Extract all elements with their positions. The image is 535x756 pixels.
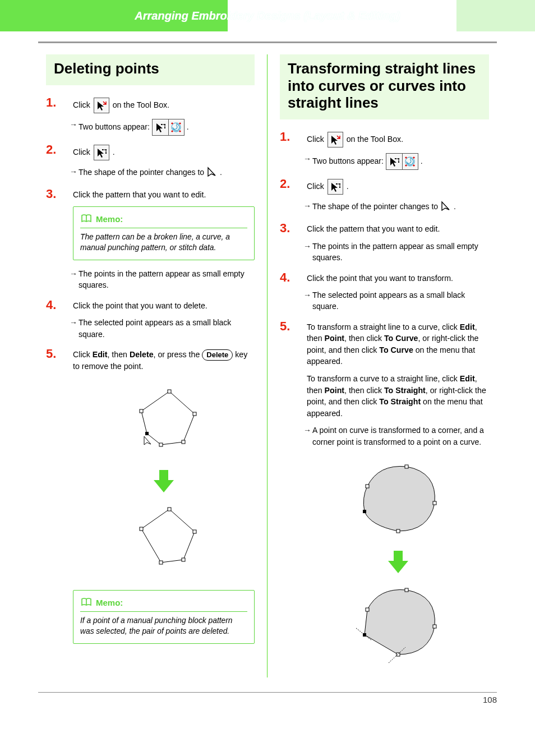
text-bold: Point xyxy=(325,334,344,343)
memo-box: Memo: The pattern can be a broken line, … xyxy=(73,206,255,261)
step-number: 3. xyxy=(46,187,56,201)
svg-rect-21 xyxy=(159,561,163,564)
svg-rect-30 xyxy=(396,653,400,656)
step-1: 1. Click on the Tool Box. Two buttons ap… xyxy=(280,132,489,170)
text-bold: To Straight xyxy=(384,386,426,395)
step-2: 2. Click . The shape of the pointer chan… xyxy=(280,179,489,214)
page-footer: 108 xyxy=(38,692,497,704)
svg-rect-10 xyxy=(140,409,143,413)
text-bold: Edit xyxy=(93,350,108,359)
book-icon xyxy=(80,213,91,225)
triangle-cursor-icon xyxy=(440,200,451,214)
text: . xyxy=(454,202,456,211)
text: Two buttons appear: xyxy=(312,156,386,165)
header-title: Arranging Embroidery Designs (Layout & E… xyxy=(135,10,400,22)
step-number: 2. xyxy=(46,142,56,157)
text: Click xyxy=(73,100,93,109)
text: . xyxy=(113,147,115,156)
memo-body: If a point of a manual punching block pa… xyxy=(80,615,247,637)
figure-delete-point xyxy=(73,380,255,582)
text: The shape of the pointer changes to xyxy=(312,202,440,211)
text: , or press the xyxy=(154,350,202,359)
step-number: 5. xyxy=(46,347,56,361)
svg-rect-26 xyxy=(363,510,366,513)
point-edit-icon xyxy=(94,145,109,160)
header-accent-right xyxy=(456,0,535,31)
text: on the Tool Box. xyxy=(113,100,170,109)
page-body: Deleting points 1. Click on the Tool Box… xyxy=(0,31,535,710)
figure-transform-point xyxy=(307,455,489,669)
spiral-icon xyxy=(168,119,184,135)
text: The points in the pattern appear as smal… xyxy=(73,268,255,291)
tool-buttons-pair xyxy=(386,153,418,170)
spiral-icon xyxy=(402,154,418,169)
page-header: Arranging Embroidery Designs (Layout & E… xyxy=(0,0,535,31)
text: A point on curve is transformed to a cor… xyxy=(307,425,489,448)
text-bold: To Straight xyxy=(379,397,421,406)
svg-rect-25 xyxy=(396,529,400,533)
horizontal-rule xyxy=(38,42,497,43)
memo-box: Memo: If a point of a manual punching bl… xyxy=(73,590,255,644)
text: To transform a straight line to a curve,… xyxy=(307,322,460,331)
svg-rect-12 xyxy=(193,412,196,416)
text: Click the point that you want to delete. xyxy=(73,300,255,312)
heading-text: Deleting points xyxy=(54,60,247,77)
section-heading: Deleting points xyxy=(46,54,255,85)
text: The shape of the pointer changes to xyxy=(79,168,206,177)
text: Two buttons appear: xyxy=(79,122,152,131)
step-5: 5. To transform a straight line to a cur… xyxy=(280,321,489,669)
text: The points in the pattern appear as smal… xyxy=(307,241,489,264)
book-icon xyxy=(80,596,91,609)
point-edit-icon xyxy=(328,179,343,195)
text: Click the point that you want to transfo… xyxy=(307,273,489,284)
svg-rect-29 xyxy=(433,625,436,628)
delete-key-badge: Delete xyxy=(202,349,233,361)
text-bold: To Curve xyxy=(379,345,413,354)
down-arrow-icon xyxy=(154,470,174,492)
step-number: 4. xyxy=(46,298,56,312)
column-transforming-lines: Transforming straight lines into curves … xyxy=(268,54,497,677)
svg-marker-9 xyxy=(141,391,195,445)
svg-rect-27 xyxy=(366,608,369,611)
polygon-before-icon xyxy=(116,380,211,464)
svg-rect-15 xyxy=(145,432,149,435)
memo-label: Memo: xyxy=(96,598,123,607)
text: To transform a curve to a straight line,… xyxy=(307,374,460,383)
text: on the Tool Box. xyxy=(347,135,404,144)
text: Click xyxy=(73,147,93,156)
shape-curve-before-icon xyxy=(345,455,451,545)
text: , then click xyxy=(344,386,384,395)
text: Click xyxy=(307,135,326,144)
step-1: 1. Click on the Tool Box. Two buttons ap… xyxy=(46,98,255,136)
text: , then xyxy=(107,350,129,359)
step-number: 4. xyxy=(280,270,290,285)
text: Click the pattern that you want to edit. xyxy=(73,189,255,201)
step-number: 1. xyxy=(280,130,290,144)
text: The selected point appears as a small bl… xyxy=(73,317,255,340)
svg-rect-14 xyxy=(159,443,163,446)
step-number: 2. xyxy=(280,177,290,191)
text-bold: Edit xyxy=(460,374,475,383)
svg-rect-22 xyxy=(366,485,369,488)
svg-rect-13 xyxy=(182,440,185,444)
shape-straight-after-icon xyxy=(345,579,451,669)
step-3: 3. Click the pattern that you want to ed… xyxy=(280,223,489,263)
text: . xyxy=(220,168,222,177)
point-edit-icon xyxy=(153,119,168,135)
text: Click the pattern that you want to edit. xyxy=(307,223,489,235)
step-4: 4. Click the point that you want to tran… xyxy=(280,273,489,312)
step-number: 3. xyxy=(280,221,290,236)
heading-text: Transforming straight lines into curves … xyxy=(288,60,481,112)
svg-rect-11 xyxy=(168,390,171,393)
polygon-after-icon xyxy=(116,498,211,582)
edit-point-tool-icon xyxy=(328,132,343,147)
svg-rect-20 xyxy=(182,558,185,561)
text-bold: Delete xyxy=(130,350,154,359)
step-5: 5. Click Edit, then Delete, or press the… xyxy=(46,349,255,644)
page-number: 108 xyxy=(483,695,497,704)
step-number: 5. xyxy=(280,319,290,334)
step-2: 2. Click . The shape of the pointer chan… xyxy=(46,145,255,180)
text-bold: Point xyxy=(325,386,344,395)
triangle-cursor-icon xyxy=(206,166,218,180)
column-deleting-points: Deleting points 1. Click on the Tool Box… xyxy=(38,54,268,677)
